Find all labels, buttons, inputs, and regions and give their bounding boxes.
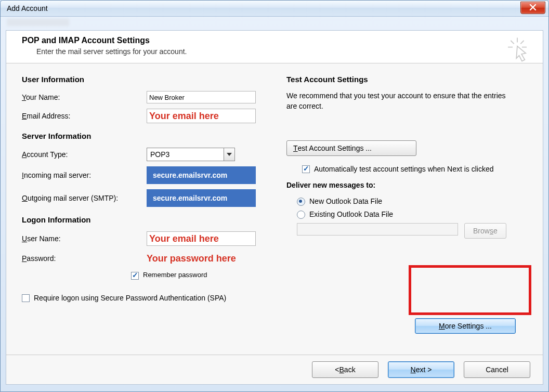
panel-header: POP and IMAP Account Settings Enter the … (6, 31, 543, 63)
add-account-window: Add Account POP and IMAP Account Setting… (0, 0, 549, 392)
chevron-down-icon[interactable] (224, 148, 235, 161)
your-name-row: Your Name: (22, 91, 266, 103)
back-button[interactable]: < Back (312, 361, 378, 378)
password-row: Password: Your password here (22, 251, 266, 266)
new-data-file-label: New Outlook Data File (309, 197, 382, 207)
right-column: Test Account Settings We recommend that … (286, 75, 530, 349)
logon-information-heading: Logon Information (22, 215, 266, 224)
account-type-label: Account Type: (22, 150, 147, 159)
existing-file-path-input (297, 223, 458, 236)
left-column: User Information Your Name: Email Addres… (22, 75, 266, 349)
your-name-input[interactable] (147, 91, 256, 103)
username-input-annotation[interactable]: Your email here (147, 231, 256, 246)
svg-line-4 (520, 41, 524, 44)
browse-row: Browse (297, 223, 530, 239)
auto-test-checkbox[interactable] (302, 165, 310, 173)
password-label: Password: (22, 254, 147, 263)
panel-footer: < Back Next > Cancel (6, 355, 543, 384)
existing-data-file-label: Existing Outlook Data File (309, 210, 393, 220)
username-label: User Name: (22, 234, 147, 243)
close-button[interactable] (520, 2, 545, 14)
cursor-click-icon (503, 36, 531, 64)
auto-test-row: Automatically test account settings when… (302, 164, 500, 175)
new-data-file-row: New Outlook Data File (297, 197, 530, 207)
server-information-heading: Server Information (22, 132, 266, 140)
window-title: Add Account (7, 4, 48, 12)
outgoing-server-row: Outgoing mail server (SMTP): secure.emai… (22, 189, 266, 207)
test-account-heading: Test Account Settings (286, 75, 530, 84)
email-label: Email Address: (22, 112, 147, 120)
inactive-window-blur (7, 19, 548, 27)
user-information-heading: User Information (22, 75, 266, 84)
next-button[interactable]: Next > (388, 361, 454, 378)
incoming-server-row: Incoming mail server: secure.emailsrvr.c… (22, 166, 266, 184)
remember-password-label: Remember password (143, 271, 207, 279)
svg-line-3 (511, 41, 514, 44)
new-data-file-radio[interactable] (297, 198, 305, 206)
main-panel: POP and IMAP Account Settings Enter the … (6, 30, 543, 385)
test-account-text: We recommend that you test your account … (286, 91, 515, 111)
account-type-row: Account Type: (22, 148, 266, 161)
account-type-value[interactable] (147, 148, 235, 161)
spa-checkbox[interactable] (22, 294, 30, 302)
panel-title: POP and IMAP Account Settings (22, 36, 533, 45)
browse-button: Browse (464, 223, 506, 239)
test-account-settings-button[interactable]: Test Account Settings ... (286, 140, 416, 156)
remember-password-checkbox[interactable] (131, 272, 139, 280)
more-settings-button[interactable]: More Settings ... (415, 318, 516, 334)
spa-label: Require logon using Secure Password Auth… (34, 293, 226, 304)
panel-subtitle: Enter the mail server settings for your … (36, 47, 533, 56)
your-name-label: Your Name: (22, 93, 147, 101)
auto-test-label: Automatically test account settings when… (314, 164, 494, 175)
existing-data-file-radio[interactable] (297, 211, 305, 219)
deliver-heading: Deliver new messages to: (286, 181, 530, 189)
outgoing-server-label: Outgoing mail server (SMTP): (22, 194, 147, 202)
incoming-server-annotation[interactable]: secure.emailsrvr.com (147, 166, 256, 184)
existing-data-file-row: Existing Outlook Data File (297, 210, 530, 220)
spa-row: Require logon using Secure Password Auth… (22, 293, 266, 304)
account-type-select[interactable] (147, 148, 235, 161)
password-input-annotation[interactable]: Your password here (147, 251, 256, 266)
email-input-annotation[interactable]: Your email here (147, 109, 256, 123)
title-bar: Add Account (1, 1, 548, 17)
cancel-button[interactable]: Cancel (464, 361, 530, 378)
close-icon (529, 4, 537, 12)
outgoing-server-annotation[interactable]: secure.emailsrvr.com (147, 189, 256, 207)
email-row: Email Address: Your email here (22, 109, 266, 123)
panel-body: User Information Your Name: Email Addres… (6, 63, 543, 355)
incoming-server-label: Incoming mail server: (22, 171, 147, 179)
remember-password-row: Remember password (131, 271, 266, 280)
username-row: User Name: Your email here (22, 231, 266, 246)
